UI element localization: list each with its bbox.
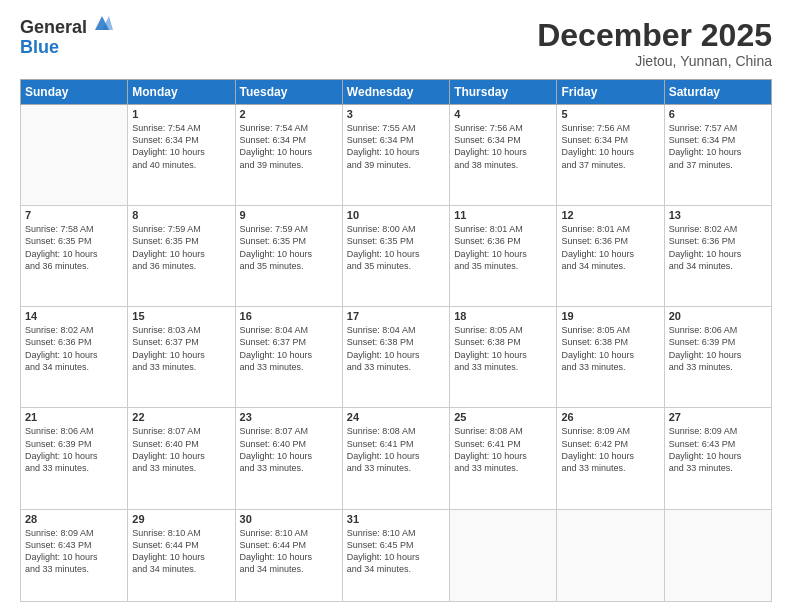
month-title: December 2025 (537, 18, 772, 53)
cell-info: Sunrise: 7:56 AM Sunset: 6:34 PM Dayligh… (561, 122, 659, 171)
cell-info: Sunrise: 8:02 AM Sunset: 6:36 PM Dayligh… (25, 324, 123, 373)
calendar-cell: 13Sunrise: 8:02 AM Sunset: 6:36 PM Dayli… (664, 206, 771, 307)
calendar-cell: 6Sunrise: 7:57 AM Sunset: 6:34 PM Daylig… (664, 105, 771, 206)
cell-info: Sunrise: 8:01 AM Sunset: 6:36 PM Dayligh… (561, 223, 659, 272)
cell-day-number: 26 (561, 411, 659, 423)
calendar-cell: 7Sunrise: 7:58 AM Sunset: 6:35 PM Daylig… (21, 206, 128, 307)
cell-info: Sunrise: 8:01 AM Sunset: 6:36 PM Dayligh… (454, 223, 552, 272)
cell-day-number: 9 (240, 209, 338, 221)
cell-info: Sunrise: 7:57 AM Sunset: 6:34 PM Dayligh… (669, 122, 767, 171)
cell-info: Sunrise: 8:10 AM Sunset: 6:45 PM Dayligh… (347, 527, 445, 576)
calendar-week-row: 21Sunrise: 8:06 AM Sunset: 6:39 PM Dayli… (21, 408, 772, 509)
calendar-day-header: Saturday (664, 80, 771, 105)
calendar-cell: 26Sunrise: 8:09 AM Sunset: 6:42 PM Dayli… (557, 408, 664, 509)
cell-day-number: 29 (132, 513, 230, 525)
cell-info: Sunrise: 8:06 AM Sunset: 6:39 PM Dayligh… (25, 425, 123, 474)
cell-info: Sunrise: 8:06 AM Sunset: 6:39 PM Dayligh… (669, 324, 767, 373)
calendar-cell (557, 509, 664, 602)
calendar-week-row: 7Sunrise: 7:58 AM Sunset: 6:35 PM Daylig… (21, 206, 772, 307)
calendar-cell: 8Sunrise: 7:59 AM Sunset: 6:35 PM Daylig… (128, 206, 235, 307)
cell-info: Sunrise: 8:08 AM Sunset: 6:41 PM Dayligh… (347, 425, 445, 474)
cell-info: Sunrise: 8:08 AM Sunset: 6:41 PM Dayligh… (454, 425, 552, 474)
cell-info: Sunrise: 8:07 AM Sunset: 6:40 PM Dayligh… (240, 425, 338, 474)
cell-day-number: 27 (669, 411, 767, 423)
calendar-cell: 12Sunrise: 8:01 AM Sunset: 6:36 PM Dayli… (557, 206, 664, 307)
cell-day-number: 5 (561, 108, 659, 120)
calendar-cell: 19Sunrise: 8:05 AM Sunset: 6:38 PM Dayli… (557, 307, 664, 408)
cell-info: Sunrise: 8:07 AM Sunset: 6:40 PM Dayligh… (132, 425, 230, 474)
calendar-table: SundayMondayTuesdayWednesdayThursdayFrid… (20, 79, 772, 602)
cell-day-number: 24 (347, 411, 445, 423)
cell-day-number: 30 (240, 513, 338, 525)
calendar-week-row: 28Sunrise: 8:09 AM Sunset: 6:43 PM Dayli… (21, 509, 772, 602)
cell-day-number: 13 (669, 209, 767, 221)
cell-info: Sunrise: 8:05 AM Sunset: 6:38 PM Dayligh… (454, 324, 552, 373)
calendar-cell: 31Sunrise: 8:10 AM Sunset: 6:45 PM Dayli… (342, 509, 449, 602)
cell-day-number: 31 (347, 513, 445, 525)
calendar-header-row: SundayMondayTuesdayWednesdayThursdayFrid… (21, 80, 772, 105)
cell-day-number: 12 (561, 209, 659, 221)
calendar-cell: 20Sunrise: 8:06 AM Sunset: 6:39 PM Dayli… (664, 307, 771, 408)
cell-day-number: 22 (132, 411, 230, 423)
cell-info: Sunrise: 7:54 AM Sunset: 6:34 PM Dayligh… (240, 122, 338, 171)
logo-general: General (20, 18, 87, 38)
cell-day-number: 16 (240, 310, 338, 322)
logo: General Blue (20, 18, 113, 58)
calendar-week-row: 14Sunrise: 8:02 AM Sunset: 6:36 PM Dayli… (21, 307, 772, 408)
cell-day-number: 15 (132, 310, 230, 322)
cell-day-number: 1 (132, 108, 230, 120)
cell-info: Sunrise: 8:04 AM Sunset: 6:37 PM Dayligh… (240, 324, 338, 373)
location: Jietou, Yunnan, China (537, 53, 772, 69)
calendar-cell: 17Sunrise: 8:04 AM Sunset: 6:38 PM Dayli… (342, 307, 449, 408)
cell-day-number: 4 (454, 108, 552, 120)
logo-blue: Blue (20, 38, 87, 58)
cell-info: Sunrise: 8:00 AM Sunset: 6:35 PM Dayligh… (347, 223, 445, 272)
cell-day-number: 7 (25, 209, 123, 221)
cell-info: Sunrise: 8:05 AM Sunset: 6:38 PM Dayligh… (561, 324, 659, 373)
cell-info: Sunrise: 7:59 AM Sunset: 6:35 PM Dayligh… (132, 223, 230, 272)
cell-info: Sunrise: 7:58 AM Sunset: 6:35 PM Dayligh… (25, 223, 123, 272)
cell-day-number: 11 (454, 209, 552, 221)
calendar-cell: 18Sunrise: 8:05 AM Sunset: 6:38 PM Dayli… (450, 307, 557, 408)
cell-day-number: 8 (132, 209, 230, 221)
cell-day-number: 20 (669, 310, 767, 322)
calendar-day-header: Friday (557, 80, 664, 105)
calendar-day-header: Sunday (21, 80, 128, 105)
calendar-cell: 5Sunrise: 7:56 AM Sunset: 6:34 PM Daylig… (557, 105, 664, 206)
calendar-week-row: 1Sunrise: 7:54 AM Sunset: 6:34 PM Daylig… (21, 105, 772, 206)
calendar-cell: 14Sunrise: 8:02 AM Sunset: 6:36 PM Dayli… (21, 307, 128, 408)
calendar-day-header: Tuesday (235, 80, 342, 105)
cell-day-number: 19 (561, 310, 659, 322)
calendar-cell: 15Sunrise: 8:03 AM Sunset: 6:37 PM Dayli… (128, 307, 235, 408)
cell-day-number: 17 (347, 310, 445, 322)
cell-day-number: 21 (25, 411, 123, 423)
cell-info: Sunrise: 8:04 AM Sunset: 6:38 PM Dayligh… (347, 324, 445, 373)
calendar-cell: 16Sunrise: 8:04 AM Sunset: 6:37 PM Dayli… (235, 307, 342, 408)
calendar-cell: 24Sunrise: 8:08 AM Sunset: 6:41 PM Dayli… (342, 408, 449, 509)
page: General Blue December 2025 Jietou, Yunna… (0, 0, 792, 612)
calendar-cell: 25Sunrise: 8:08 AM Sunset: 6:41 PM Dayli… (450, 408, 557, 509)
header: General Blue December 2025 Jietou, Yunna… (20, 18, 772, 69)
calendar-cell (21, 105, 128, 206)
cell-info: Sunrise: 8:10 AM Sunset: 6:44 PM Dayligh… (132, 527, 230, 576)
cell-info: Sunrise: 8:10 AM Sunset: 6:44 PM Dayligh… (240, 527, 338, 576)
cell-info: Sunrise: 8:09 AM Sunset: 6:43 PM Dayligh… (669, 425, 767, 474)
calendar-day-header: Thursday (450, 80, 557, 105)
title-block: December 2025 Jietou, Yunnan, China (537, 18, 772, 69)
calendar-cell: 30Sunrise: 8:10 AM Sunset: 6:44 PM Dayli… (235, 509, 342, 602)
cell-day-number: 3 (347, 108, 445, 120)
calendar-cell (664, 509, 771, 602)
calendar-day-header: Monday (128, 80, 235, 105)
cell-info: Sunrise: 8:09 AM Sunset: 6:43 PM Dayligh… (25, 527, 123, 576)
cell-info: Sunrise: 7:55 AM Sunset: 6:34 PM Dayligh… (347, 122, 445, 171)
cell-info: Sunrise: 8:09 AM Sunset: 6:42 PM Dayligh… (561, 425, 659, 474)
cell-day-number: 2 (240, 108, 338, 120)
cell-day-number: 23 (240, 411, 338, 423)
cell-day-number: 28 (25, 513, 123, 525)
calendar-cell: 1Sunrise: 7:54 AM Sunset: 6:34 PM Daylig… (128, 105, 235, 206)
calendar-cell: 28Sunrise: 8:09 AM Sunset: 6:43 PM Dayli… (21, 509, 128, 602)
cell-day-number: 10 (347, 209, 445, 221)
cell-info: Sunrise: 7:54 AM Sunset: 6:34 PM Dayligh… (132, 122, 230, 171)
calendar-cell: 21Sunrise: 8:06 AM Sunset: 6:39 PM Dayli… (21, 408, 128, 509)
calendar-day-header: Wednesday (342, 80, 449, 105)
